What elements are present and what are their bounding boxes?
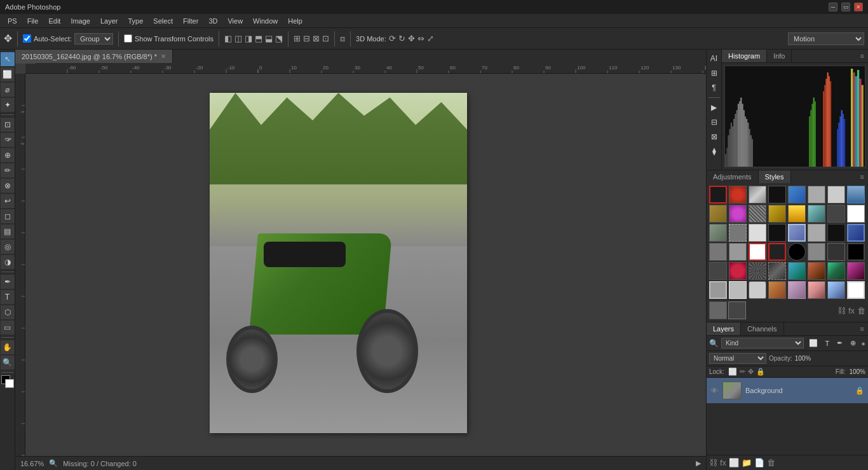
new-group-btn[interactable]: 📁 <box>742 458 752 467</box>
style-cell-46[interactable] <box>808 281 825 299</box>
lasso-tool-button[interactable]: ⌀ <box>1 83 15 97</box>
path-select-button[interactable]: ⬡ <box>1 305 15 319</box>
motion-select[interactable]: Motion <box>788 32 864 45</box>
layers-expand-btn[interactable]: ≡ <box>857 322 868 335</box>
brush-tool-button[interactable]: ✏ <box>1 163 15 177</box>
menu-type[interactable]: Type <box>123 16 149 26</box>
styles-fx-icon[interactable]: fx <box>848 306 855 315</box>
style-cell-38[interactable] <box>808 262 825 280</box>
style-cell-36[interactable] <box>768 262 786 280</box>
layers-filter-icon2[interactable]: T <box>823 340 832 347</box>
style-cell-23[interactable] <box>827 224 845 242</box>
cube-button[interactable]: ⧫ <box>708 145 721 158</box>
add-style-btn[interactable]: fx <box>720 458 726 467</box>
hand-tool-button[interactable]: ✋ <box>1 340 15 354</box>
link-layers-btn[interactable]: ⛓ <box>709 458 717 467</box>
3d-roll-icon[interactable]: ↻ <box>398 34 405 43</box>
lock-pixels-icon[interactable]: ⬜ <box>728 368 737 376</box>
menu-help[interactable]: Help <box>283 16 308 26</box>
delete-layer-btn[interactable]: 🗑 <box>767 458 775 467</box>
new-layer-btn[interactable]: 📄 <box>754 458 764 467</box>
zoom-tool-button[interactable]: 🔍 <box>1 356 15 370</box>
adjustments-tab[interactable]: Adjustments <box>707 170 759 183</box>
style-cell-06[interactable] <box>808 186 825 204</box>
history-brush-button[interactable]: ↩ <box>1 194 15 208</box>
ai-button[interactable]: AI <box>708 52 721 65</box>
move-tool-button[interactable]: ↖ <box>1 52 15 66</box>
close-tab-button[interactable]: ✕ <box>161 53 166 60</box>
close-button[interactable]: ✕ <box>854 3 863 11</box>
lock-all-icon[interactable]: 🔒 <box>756 368 765 376</box>
type-tool-button[interactable]: T <box>1 290 15 304</box>
menu-select[interactable]: Select <box>148 16 178 26</box>
style-cell-37[interactable] <box>788 262 806 280</box>
menu-3d[interactable]: 3D <box>203 16 222 26</box>
menu-edit[interactable]: Edit <box>43 16 65 26</box>
blur-button[interactable]: ◎ <box>1 240 15 254</box>
gradient-button[interactable]: ▤ <box>1 225 15 238</box>
clone-stamp-button[interactable]: ⊗ <box>1 179 15 193</box>
layers-filter-icon1[interactable]: ⬜ <box>806 339 820 347</box>
style-cell-extra-1[interactable] <box>709 301 727 319</box>
menu-ps[interactable]: PS <box>3 16 22 26</box>
style-cell-04[interactable] <box>768 186 786 204</box>
eyedropper-button[interactable]: 🖙 <box>1 133 15 147</box>
style-cell-48[interactable] <box>847 281 865 299</box>
style-cell-11[interactable] <box>749 205 766 223</box>
style-cell-29[interactable] <box>788 243 806 261</box>
style-cell-24[interactable] <box>847 224 865 242</box>
spot-heal-button[interactable]: ⊕ <box>1 148 15 162</box>
grid-button[interactable]: ⊠ <box>708 130 721 143</box>
move-tool-icon[interactable]: ✥ <box>4 32 12 45</box>
align-center-icon[interactable]: ◫ <box>234 34 242 43</box>
3d-slide-icon[interactable]: ⇔ <box>417 34 424 43</box>
style-cell-13[interactable] <box>788 205 806 223</box>
style-cell-42[interactable] <box>729 281 747 299</box>
play-button[interactable]: ▶ <box>708 101 721 114</box>
dodge-button[interactable]: ◑ <box>1 255 15 269</box>
style-cell-12[interactable] <box>768 205 786 223</box>
add-mask-btn[interactable]: ⬜ <box>729 458 739 467</box>
magic-wand-button[interactable]: ✦ <box>1 98 15 112</box>
style-cell-28[interactable] <box>768 243 786 261</box>
style-cell-02[interactable] <box>729 186 747 204</box>
crop-tool-button[interactable]: ⊡ <box>1 118 15 132</box>
style-cell-33[interactable] <box>709 262 727 280</box>
style-cell-25[interactable] <box>709 243 727 261</box>
rectangle-select-button[interactable]: ⬜ <box>1 67 15 81</box>
style-cell-22[interactable] <box>808 224 825 242</box>
blend-mode-select[interactable]: Normal <box>709 353 766 364</box>
styles-tab[interactable]: Styles <box>759 170 791 183</box>
3d-orbit-icon[interactable]: ⟳ <box>389 34 396 43</box>
histogram-tab[interactable]: Histogram <box>722 50 767 62</box>
style-cell-45[interactable] <box>788 281 806 299</box>
menu-view[interactable]: View <box>222 16 248 26</box>
style-cell-09[interactable] <box>709 205 727 223</box>
styles-link-icon[interactable]: ⛓ <box>837 306 846 315</box>
background-color[interactable] <box>5 379 14 388</box>
menu-layer[interactable]: Layer <box>95 16 123 26</box>
style-cell-40[interactable] <box>847 262 865 280</box>
style-cell-15[interactable] <box>827 205 845 223</box>
adj-expand-btn[interactable]: ≡ <box>857 170 868 183</box>
distribute2-icon[interactable]: ⊟ <box>303 34 310 43</box>
style-cell-47[interactable] <box>827 281 845 299</box>
style-cell-10[interactable] <box>729 205 747 223</box>
tool-options-button[interactable]: ⊟ <box>708 116 721 128</box>
style-cell-05[interactable] <box>788 186 806 204</box>
lock-position-icon[interactable]: ✏ <box>740 368 745 376</box>
3d-scale-icon[interactable]: ⤢ <box>427 34 434 43</box>
style-cell-extra-2[interactable] <box>728 301 746 319</box>
distribute3-icon[interactable]: ⊠ <box>313 34 320 43</box>
style-cell-27[interactable] <box>749 243 766 261</box>
layers-toggle-filter[interactable]: ● <box>861 340 865 347</box>
styles-delete-icon[interactable]: 🗑 <box>857 306 865 315</box>
layers-kind-select[interactable]: Kind <box>721 338 804 349</box>
style-cell-17[interactable] <box>709 224 727 242</box>
style-cell-16[interactable] <box>847 205 865 223</box>
eraser-button[interactable]: ◻ <box>1 209 15 223</box>
style-cell-01[interactable] <box>709 186 727 204</box>
transform-icon[interactable]: ⧈ <box>340 34 345 44</box>
style-cell-07[interactable] <box>827 186 845 204</box>
menu-window[interactable]: Window <box>248 16 283 26</box>
